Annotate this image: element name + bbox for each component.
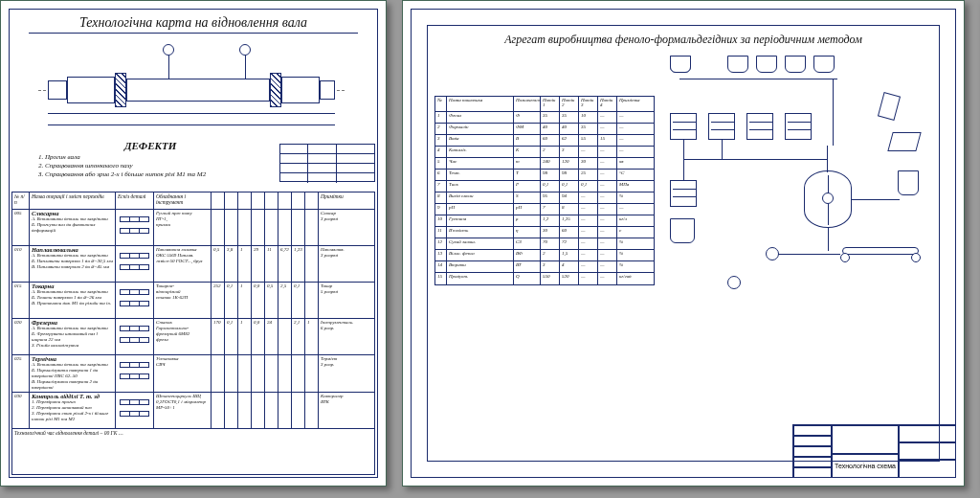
shaft-seg-1 — [67, 77, 115, 103]
gauge-stem — [168, 56, 169, 79]
parameter-table: №Назва показникаПозначенняПотік 1Потік 2… — [434, 96, 655, 285]
sheet-right-frame: Агрегат виробництва феноло-формальдегідн… — [411, 9, 956, 478]
shaft-bearing-1 — [115, 73, 126, 107]
gauge-stem — [245, 56, 246, 79]
shaft-end-left — [48, 80, 67, 100]
cad-viewport: Технологічна карта на відновлення вала — [0, 0, 980, 498]
shaft-end-right — [320, 80, 335, 100]
left-title: Технологічна карта на відновлення вала — [10, 15, 377, 31]
shaft-main — [126, 79, 270, 102]
heat-exchanger-icon — [746, 113, 773, 140]
gauge-icon — [239, 44, 251, 56]
sheet-left[interactable]: Технологічна карта на відновлення вала — [0, 0, 387, 487]
gauge-icon — [163, 44, 174, 56]
tank-icon — [670, 56, 691, 73]
separator-icon — [878, 92, 901, 121]
operations-table: № п/пНазва операції і зміст переходівЕск… — [11, 192, 375, 475]
process-schematic — [670, 56, 938, 305]
dim-line — [48, 124, 335, 125]
heat-exchanger-icon — [785, 113, 812, 140]
shaft-bearing-2 — [270, 73, 281, 107]
sheet-left-frame: Технологічна карта на відновлення вала — [9, 9, 378, 478]
roller-icon — [840, 253, 850, 262]
pump-icon — [727, 276, 741, 289]
pipe — [679, 79, 837, 79]
defects-list: 1. Прогин вала2. Спрацювання шпонкового … — [38, 153, 206, 179]
pump-icon — [766, 247, 779, 260]
right-title: Агрегат виробництва феноло-формальдегідн… — [412, 33, 955, 47]
tank-icon — [670, 218, 695, 243]
tank-icon — [785, 56, 806, 73]
filter-icon — [887, 132, 921, 151]
tank-icon — [727, 56, 748, 73]
sheet-right[interactable]: Агрегат виробництва феноло-формальдегідн… — [402, 0, 965, 487]
title-block-name: Технологічна схема — [832, 454, 899, 478]
tank-icon — [756, 56, 777, 73]
heat-exchanger-icon — [670, 113, 697, 140]
conveyor-icon — [842, 247, 919, 255]
heat-exchanger-icon — [708, 113, 735, 140]
heat-exchanger-icon — [670, 180, 697, 207]
shaft-drawing — [48, 50, 335, 136]
dim-line — [48, 113, 335, 114]
reactor-icon — [804, 170, 852, 228]
sheets-container: Технологічна карта на відновлення вала — [0, 0, 980, 498]
pipe — [833, 79, 834, 146]
gost-title-block: Технологічна схема — [792, 424, 955, 477]
shaft-seg-2 — [281, 77, 320, 103]
tank-icon — [813, 56, 835, 73]
receiver-tank-icon — [898, 170, 919, 195]
roller-icon — [911, 253, 921, 262]
defects-heading: ДЕФЕКТИ — [124, 140, 176, 151]
title-underline — [29, 33, 358, 34]
